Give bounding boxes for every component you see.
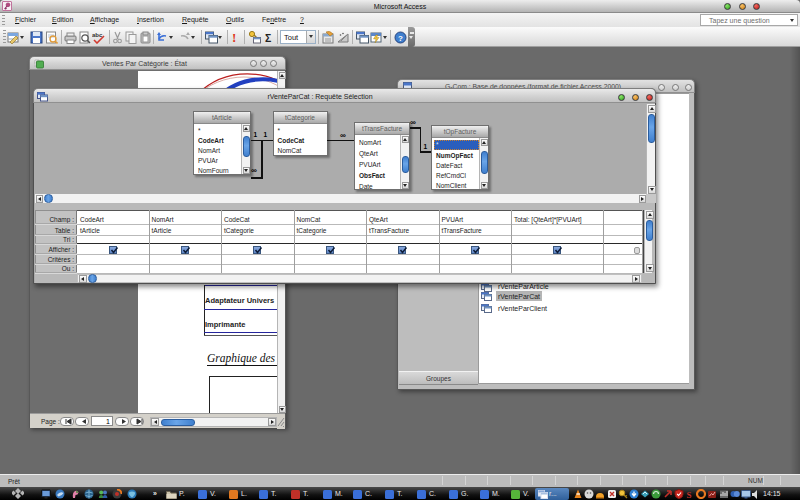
- svg-text:?: ?: [398, 34, 403, 43]
- svg-text:S: S: [687, 490, 692, 500]
- svg-text:abc: abc: [92, 32, 103, 38]
